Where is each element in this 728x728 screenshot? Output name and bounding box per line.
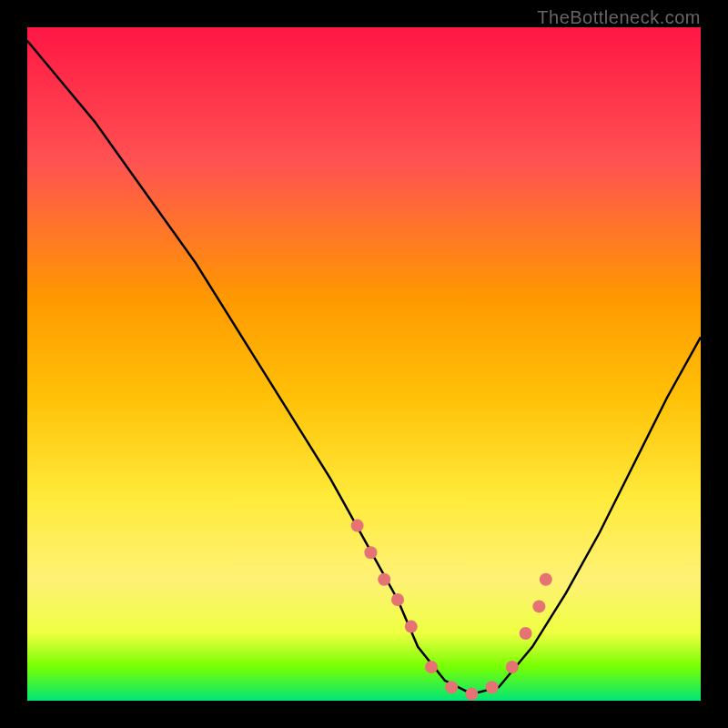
bottleneck-curve [27, 41, 701, 694]
marker-point [540, 573, 552, 586]
marker-point [486, 681, 499, 693]
marker-point [391, 593, 404, 606]
highlight-markers [351, 520, 552, 701]
chart-area [27, 27, 701, 701]
marker-point [445, 681, 458, 693]
marker-point [532, 600, 545, 612]
watermark-text: TheBottleneck.com [537, 7, 701, 28]
marker-point [405, 621, 418, 633]
marker-point [351, 520, 364, 532]
marker-point [364, 546, 377, 559]
marker-point [465, 688, 478, 701]
marker-point [506, 661, 519, 673]
marker-point [520, 627, 532, 640]
curve-layer [27, 27, 701, 701]
marker-point [378, 573, 390, 586]
marker-point [425, 661, 438, 673]
